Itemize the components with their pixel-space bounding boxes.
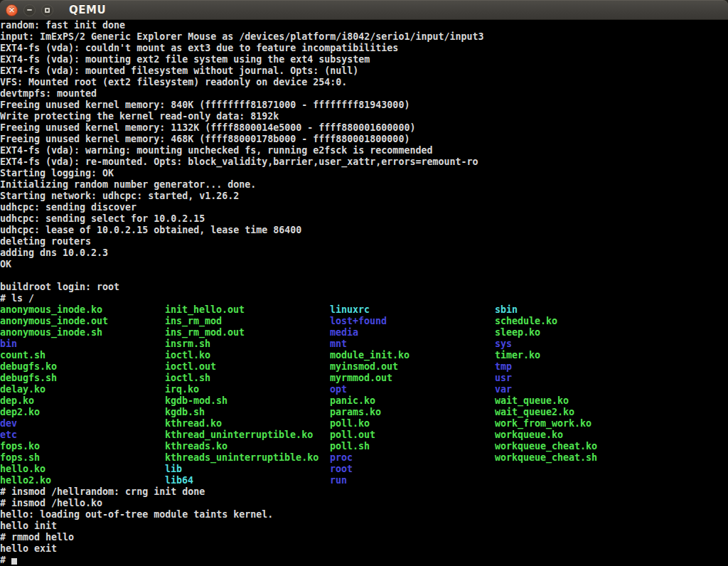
terminal-line: count.shioctl.komodule_init.kotimer.ko xyxy=(0,350,728,361)
terminal-line: Freeing unused kernel memory: 1132K (fff… xyxy=(0,122,728,134)
file-entry: lib64 xyxy=(165,475,193,486)
terminal-text: VFS: Mounted root (ext2 filesystem) read… xyxy=(0,77,347,87)
terminal-text: input: ImExPS/2 Generic Explorer Mouse a… xyxy=(0,31,483,42)
terminal-line: hello.kolibroot xyxy=(0,464,728,475)
terminal-text: random: fast init done xyxy=(0,20,125,31)
file-entry: workqueue_cheat.ko xyxy=(495,441,597,452)
terminal-line: Write protecting the kernel read-only da… xyxy=(0,111,728,122)
terminal-text: Freeing unused kernel memory: 468K (ffff… xyxy=(0,134,410,144)
window-title: QEMU xyxy=(69,4,106,16)
file-entry: workqueue.ko xyxy=(495,429,563,441)
file-entry: delay.ko xyxy=(0,384,46,395)
terminal[interactable]: random: fast init doneinput: ImExPS/2 Ge… xyxy=(0,20,728,566)
terminal-text: # insmod /hellrandom: crng init done xyxy=(0,486,205,497)
terminal-line: deleting routers xyxy=(0,236,728,247)
terminal-line: Starting network: udhcpc: started, v1.26… xyxy=(0,191,728,202)
file-entry: myrmmod.out xyxy=(330,373,392,384)
file-entry: count.sh xyxy=(0,350,46,361)
file-entry: wait_queue2.ko xyxy=(495,407,574,418)
file-entry: panic.ko xyxy=(330,395,375,407)
maximize-button[interactable] xyxy=(41,4,53,16)
terminal-line: Freeing unused kernel memory: 468K (ffff… xyxy=(0,134,728,145)
file-entry: debugfs.ko xyxy=(0,361,57,373)
qemu-window: ✕ QEMU random: fast init doneinput: ImEx… xyxy=(0,0,728,566)
file-entry: kthreads_uninterruptible.ko xyxy=(165,452,318,464)
terminal-text: Starting logging: OK xyxy=(0,168,114,178)
minimize-icon xyxy=(27,9,32,11)
file-entry: hello2.ko xyxy=(0,475,51,486)
file-entry: ins_rm_mod xyxy=(165,316,222,327)
terminal-line: hello init xyxy=(0,520,728,532)
file-entry: kthread.ko xyxy=(165,418,222,429)
terminal-text: # ls / xyxy=(0,293,34,304)
file-entry: debugfs.sh xyxy=(0,373,57,384)
terminal-line: OK xyxy=(0,259,728,270)
terminal-text: hello init xyxy=(0,520,57,531)
file-entry: proc xyxy=(330,452,353,464)
terminal-line: udhcpc: lease of 10.0.2.15 obtained, lea… xyxy=(0,225,728,236)
terminal-text: adding dns 10.0.2.3 xyxy=(0,247,108,258)
terminal-line: dep2.kokgdb.shparams.kowait_queue2.ko xyxy=(0,407,728,418)
file-entry: lib xyxy=(165,464,182,475)
terminal-text: EXT4-fs (vda): re-mounted. Opts: block_v… xyxy=(0,156,478,167)
terminal-line: etckthread_uninterruptible.kopoll.outwor… xyxy=(0,429,728,441)
terminal-line: random: fast init done xyxy=(0,20,728,31)
terminal-line: debugfs.koioctl.outmyinsmod.outtmp xyxy=(0,361,728,373)
file-entry: schedule.ko xyxy=(495,316,557,327)
file-entry: opt xyxy=(330,384,347,395)
file-entry: kthreads.ko xyxy=(165,441,228,452)
maximize-icon xyxy=(45,8,50,13)
file-entry: mnt xyxy=(330,338,347,350)
terminal-line: EXT4-fs (vda): warning: mounting uncheck… xyxy=(0,145,728,156)
terminal-line: # insmod /hello.ko xyxy=(0,498,728,509)
file-entry: sbin xyxy=(495,304,518,316)
file-entry: poll.sh xyxy=(330,441,370,452)
terminal-text: EXT4-fs (vda): mounting ext2 file system… xyxy=(0,54,370,65)
terminal-text: EXT4-fs (vda): mounted filesystem withou… xyxy=(0,65,358,76)
terminal-text: Freeing unused kernel memory: 840K (ffff… xyxy=(0,100,410,110)
terminal-line: anonymous_inode.shins_rm_mod.outmediasle… xyxy=(0,327,728,338)
close-button[interactable]: ✕ xyxy=(6,4,18,16)
file-entry: ioctl.ko xyxy=(165,350,210,361)
terminal-line: delay.koirq.kooptvar xyxy=(0,384,728,395)
terminal-text: Starting network: udhcpc: started, v1.26… xyxy=(0,191,239,201)
terminal-text: OK xyxy=(0,259,11,269)
terminal-line: EXT4-fs (vda): couldn't mount as ext3 du… xyxy=(0,43,728,54)
file-entry: kthread_uninterruptible.ko xyxy=(165,429,313,441)
terminal-line: debugfs.shioctl.shmyrmmod.outusr xyxy=(0,373,728,384)
terminal-line: adding dns 10.0.2.3 xyxy=(0,247,728,259)
terminal-text: udhcpc: lease of 10.0.2.15 obtained, lea… xyxy=(0,225,301,235)
file-entry: media xyxy=(330,327,358,338)
file-entry: irq.ko xyxy=(165,384,199,395)
terminal-text: # insmod /hello.ko xyxy=(0,498,102,508)
terminal-line: udhcpc: sending select for 10.0.2.15 xyxy=(0,213,728,225)
file-entry: kgdb-mod.sh xyxy=(165,395,228,407)
file-entry: usr xyxy=(495,373,512,384)
file-entry: linuxrc xyxy=(330,304,370,316)
file-entry: wait_queue.ko xyxy=(495,395,569,407)
terminal-text: deleting routers xyxy=(0,236,91,247)
terminal-text: buildroot login: root xyxy=(0,282,119,292)
terminal-line: udhcpc: sending discover xyxy=(0,202,728,213)
file-entry: sys xyxy=(495,338,512,350)
file-entry: lost+found xyxy=(330,316,387,327)
file-entry: run xyxy=(330,475,347,486)
file-entry: timer.ko xyxy=(495,350,540,361)
terminal-line: Freeing unused kernel memory: 840K (ffff… xyxy=(0,100,728,111)
terminal-text: Freeing unused kernel memory: 1132K (fff… xyxy=(0,122,415,133)
file-entry: anonymous_inode.ko xyxy=(0,304,102,316)
terminal-text: Write protecting the kernel read-only da… xyxy=(0,111,279,122)
minimize-button[interactable] xyxy=(23,4,36,16)
file-entry: module_init.ko xyxy=(330,350,410,361)
terminal-line xyxy=(0,270,728,282)
file-entry: dep2.ko xyxy=(0,407,40,418)
window-titlebar[interactable]: ✕ QEMU xyxy=(0,0,728,20)
terminal-text: udhcpc: sending discover xyxy=(0,202,136,213)
terminal-line: bininsrm.shmntsys xyxy=(0,338,728,350)
terminal-line: devtmpfs: mounted xyxy=(0,88,728,100)
terminal-line: VFS: Mounted root (ext2 filesystem) read… xyxy=(0,77,728,88)
file-entry: poll.out xyxy=(330,429,375,441)
terminal-line: anonymous_inode.outins_rm_modlost+founds… xyxy=(0,316,728,327)
terminal-text: hello exit xyxy=(0,543,57,554)
terminal-line: # ls / xyxy=(0,293,728,304)
